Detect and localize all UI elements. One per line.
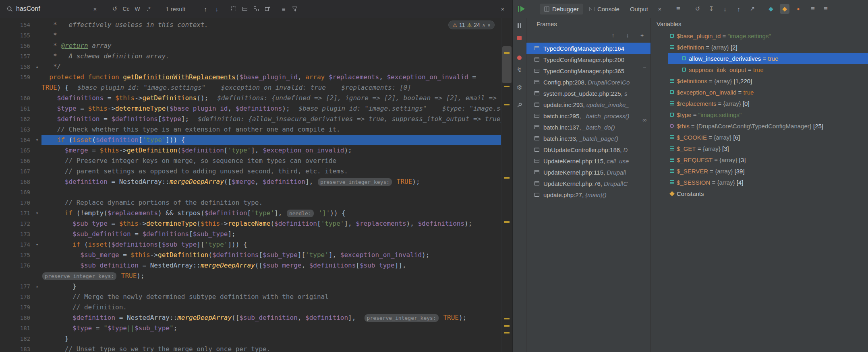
stop-button[interactable] xyxy=(514,33,525,43)
restore-layout-icon[interactable]: ↺ xyxy=(693,4,702,14)
close-tab-icon[interactable]: × xyxy=(655,4,665,14)
frame-icon xyxy=(534,146,540,153)
filter-results-icon[interactable] xyxy=(290,4,300,14)
warning-stripe-mark[interactable] xyxy=(504,104,510,105)
frame-row[interactable]: update.inc:293, update_invoke_ xyxy=(526,99,650,110)
error-stripe[interactable] xyxy=(501,18,512,352)
save-layout-icon[interactable]: ↧ xyxy=(706,4,716,14)
frame-row[interactable]: batch.inc:93, _batch_page() xyxy=(526,133,650,144)
variable-row[interactable]: $_COOKIE = {array} [6] xyxy=(651,132,868,143)
close-search-icon[interactable]: × xyxy=(498,4,508,14)
fold-marker-icon[interactable]: ▾ xyxy=(33,239,41,250)
move-up-icon[interactable]: ↑ xyxy=(734,4,744,14)
variable-val-icon xyxy=(679,68,689,72)
fold-marker-icon[interactable]: ▴ xyxy=(33,62,41,72)
find-in-selection-icon[interactable] xyxy=(229,4,238,14)
variable-row[interactable]: $this = {Drupal\Core\Config\TypedConfigM… xyxy=(651,120,868,132)
warning-stripe-mark[interactable] xyxy=(504,318,510,319)
more-options-icon[interactable]: ≡ xyxy=(821,4,831,14)
variable-row[interactable]: $exception_on_invalid = true xyxy=(651,86,868,98)
warning-stripe-mark[interactable] xyxy=(504,221,510,223)
highlight-all-icon[interactable] xyxy=(251,4,261,14)
search-settings-icon[interactable]: ≡ xyxy=(279,4,288,14)
scrollbar-thumb[interactable] xyxy=(502,46,512,83)
frame-row[interactable]: TypedConfigManager.php:164 xyxy=(526,43,650,54)
warning-stripe-mark[interactable] xyxy=(504,332,510,333)
variable-row[interactable]: $definitions = {array} [1,220] xyxy=(651,75,868,86)
variable-row[interactable]: $replacements = {array} [0] xyxy=(651,98,868,109)
evaluate-expression-icon[interactable]: ◆ xyxy=(766,4,776,14)
frame-row[interactable]: TypedConfigManager.php:365 xyxy=(526,65,650,76)
mute-breakpoints-button[interactable]: ↯ xyxy=(514,64,525,75)
variable-row[interactable]: allow_insecure_derivatives = true xyxy=(651,53,868,64)
variable-row[interactable]: $type = "image.settings" xyxy=(651,109,868,120)
frame-row[interactable]: UpdateKernel.php:115, call_use xyxy=(526,155,650,167)
code-line-181: 181 $type = "$type||$sub_type"; xyxy=(0,323,501,333)
pin-button[interactable] xyxy=(514,100,525,110)
open-in-new-icon[interactable]: ↗ xyxy=(748,4,757,14)
frame-row[interactable]: batch.inc:295, _batch_process() xyxy=(526,110,650,121)
next-occurrence-icon[interactable]: ↓ xyxy=(212,4,222,14)
view-breakpoints-button[interactable] xyxy=(514,52,525,63)
tab-output[interactable]: Output xyxy=(626,4,653,14)
frame-row[interactable]: DbUpdateController.php:186, D xyxy=(526,144,650,155)
variable-row[interactable]: $_SERVER = {array} [39] xyxy=(651,165,868,177)
variable-row[interactable]: $_GET = {array} [3] xyxy=(651,143,868,154)
show-watches-icon[interactable]: ◆ xyxy=(780,4,789,14)
frame-row[interactable]: UpdateKernel.php:76, Drupal\C xyxy=(526,178,650,189)
frame-row[interactable]: Config.php:208, Drupal\Core\Co xyxy=(526,76,650,88)
fold-marker-icon[interactable]: ▾ xyxy=(33,208,41,218)
variable-row[interactable]: $_REQUEST = {array} [3] xyxy=(651,154,868,165)
frame-down-button[interactable]: ↓ xyxy=(623,31,632,40)
prev-occurrence-icon[interactable]: ↑ xyxy=(201,4,210,14)
collapse-button[interactable]: − xyxy=(640,63,649,72)
add-occurrence-icon[interactable] xyxy=(263,4,272,14)
move-down-icon[interactable]: ↓ xyxy=(720,4,730,14)
whole-words-toggle[interactable]: W xyxy=(133,4,142,14)
inspections-widget[interactable]: ⚠ 11 ⚠ 24 ∧ ∨ xyxy=(448,21,495,29)
frame-row[interactable]: update.php:27, {main}() xyxy=(526,189,650,200)
frame-up-button[interactable]: ↑ xyxy=(609,31,617,40)
open-results-icon[interactable] xyxy=(240,4,250,14)
frame-row[interactable]: system.post_update.php:225, s xyxy=(526,88,650,99)
warning-stripe-mark[interactable] xyxy=(504,52,510,54)
debug-tabs: Debugger Console Output xyxy=(540,4,653,14)
resume-button[interactable] xyxy=(516,4,526,14)
variable-row[interactable]: Constants xyxy=(651,188,868,199)
next-warning-icon[interactable]: ∨ xyxy=(487,23,491,28)
search-results-count: 1 result xyxy=(166,6,185,12)
frame-row[interactable]: UpdateKernel.php:115, Drupal\ xyxy=(526,167,650,178)
warning-stripe-mark[interactable] xyxy=(504,86,510,87)
variable-row[interactable]: $definition = {array} [2] xyxy=(651,41,868,53)
clear-search-icon[interactable]: × xyxy=(90,4,100,14)
fold-marker-icon[interactable]: ▾ xyxy=(33,135,41,145)
evaluate-watch-button[interactable]: ∞ xyxy=(640,115,649,124)
fold-marker-icon[interactable]: ▴ xyxy=(33,281,41,292)
settings-button[interactable]: ⚙ xyxy=(514,82,525,93)
warning-stripe-mark[interactable] xyxy=(504,177,510,179)
variable-row[interactable]: $_SESSION = {array} [4] xyxy=(651,177,868,188)
code-area[interactable]: 154 * effectively useless in this contex… xyxy=(0,18,501,352)
prev-warning-icon[interactable]: ∧ xyxy=(482,23,485,28)
add-watch-button[interactable]: + xyxy=(638,31,646,40)
variable-row[interactable]: suppress_itok_output = true xyxy=(651,64,868,75)
frame-row[interactable]: TypedConfigManager.php:200 xyxy=(526,54,650,65)
layout-settings-icon[interactable]: ≡ xyxy=(808,4,818,14)
variable-row[interactable]: $base_plugin_id = "image.settings" xyxy=(651,30,868,41)
warning-stripe-mark[interactable] xyxy=(504,325,510,327)
editor[interactable]: 154 * effectively useless in this contex… xyxy=(0,18,512,352)
search-input[interactable]: hasConf xyxy=(16,5,77,12)
code-text: // Replace dynamic portions of the defin… xyxy=(41,198,501,208)
tab-console[interactable]: Console xyxy=(585,4,624,14)
tab-debugger[interactable]: Debugger xyxy=(540,4,583,14)
pause-button[interactable] xyxy=(514,21,525,31)
match-case-toggle[interactable]: Cc xyxy=(121,4,131,14)
frame-icon xyxy=(534,56,540,63)
listening-indicator-icon[interactable]: ● xyxy=(793,4,803,14)
regex-toggle[interactable]: .* xyxy=(144,4,153,14)
frame-row[interactable]: batch.inc:137, _batch_do() xyxy=(526,121,650,133)
search-history-icon[interactable]: ↺ xyxy=(110,4,120,14)
gutter-space xyxy=(33,177,41,187)
layout-menu-icon[interactable]: ≡ xyxy=(673,4,683,14)
gutter-space xyxy=(33,292,41,302)
